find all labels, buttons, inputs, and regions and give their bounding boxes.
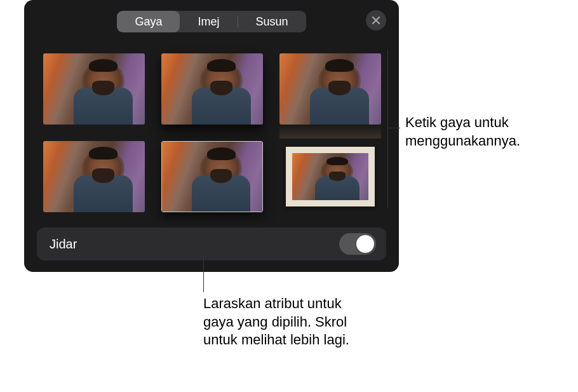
- tab-style[interactable]: Gaya: [117, 11, 180, 32]
- panel-header: Gaya Imej Susun: [37, 9, 386, 34]
- tab-arrange[interactable]: Susun: [238, 11, 306, 32]
- border-label: Jidar: [50, 237, 77, 252]
- tab-image[interactable]: Imej: [180, 11, 237, 32]
- style-thumb-shadow[interactable]: [161, 53, 263, 125]
- style-thumb-frame[interactable]: [279, 141, 381, 212]
- style-thumb-plain[interactable]: [43, 53, 145, 125]
- callout-text: Laraskan atribut untuk gaya yang dipilih…: [203, 295, 349, 349]
- callout-leader-line: [387, 128, 400, 128]
- border-toggle[interactable]: [339, 233, 376, 255]
- style-thumb-reflection[interactable]: [279, 53, 381, 125]
- tab-segmented-control: Gaya Imej Susun: [117, 11, 306, 32]
- callout-text: Ketik gaya untuk menggunakannya.: [405, 114, 570, 150]
- styles-grid: [37, 53, 386, 212]
- callout-leader-line: [203, 255, 204, 292]
- callout-leader-line: [387, 49, 388, 208]
- style-thumb-plain-2[interactable]: [43, 141, 145, 212]
- format-panel: Gaya Imej Susun: [24, 0, 399, 272]
- border-row: Jidar: [37, 227, 386, 260]
- style-thumb-thin-border[interactable]: [161, 141, 263, 212]
- close-icon: [372, 16, 380, 25]
- close-button[interactable]: [366, 10, 386, 30]
